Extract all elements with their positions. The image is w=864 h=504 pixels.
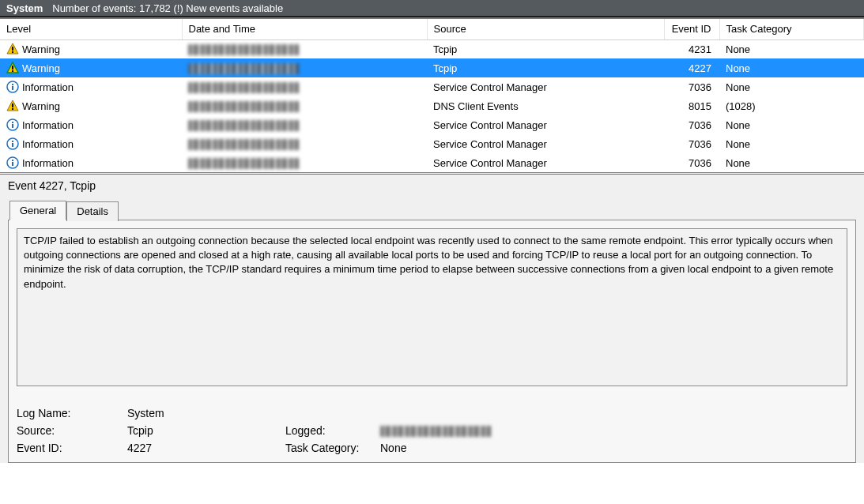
eventid-text: 7036 — [664, 134, 719, 153]
prop-taskcat-val: None — [380, 442, 538, 454]
tab-general[interactable]: General — [9, 201, 66, 220]
titlebar-status: Number of events: 17,782 (!) New events … — [52, 2, 283, 14]
obscured-text — [188, 120, 299, 131]
source-text: Tcpip — [427, 58, 664, 77]
col-datetime[interactable]: Date and Time — [182, 19, 427, 39]
eventid-text: 7036 — [664, 77, 719, 96]
taskcat-text: None — [719, 115, 864, 134]
eventid-text: 4231 — [664, 39, 719, 58]
level-text: Information — [22, 81, 74, 93]
eventid-text: 4227 — [664, 58, 719, 77]
level-text: Warning — [22, 62, 60, 74]
titlebar-label: System — [6, 2, 43, 14]
source-text: Service Control Manager — [427, 153, 664, 172]
source-text: Service Control Manager — [427, 77, 664, 96]
obscured-text — [380, 426, 491, 437]
warning-icon — [6, 100, 19, 112]
source-text: Tcpip — [427, 39, 664, 58]
table-row[interactable]: Information Service Control Manager 7036… — [0, 134, 864, 153]
taskcat-text: None — [719, 153, 864, 172]
event-properties: Log Name: System Source: Tcpip Logged: E… — [17, 407, 847, 454]
obscured-text — [188, 63, 299, 74]
prop-eventid-key: Event ID: — [17, 442, 127, 454]
table-row[interactable]: Information Service Control Manager 7036… — [0, 77, 864, 96]
prop-eventid-val: 4227 — [127, 442, 285, 454]
tab-body-general: TCP/IP failed to establish an outgoing c… — [8, 220, 856, 463]
level-text: Information — [22, 138, 74, 150]
warning-green-icon — [6, 62, 19, 74]
taskcat-text: None — [719, 77, 864, 96]
taskcat-text: (1028) — [719, 96, 864, 115]
event-grid[interactable]: Level Date and Time Source Event ID Task… — [0, 17, 864, 172]
level-text: Warning — [22, 43, 60, 55]
info-icon — [6, 156, 19, 169]
obscured-text — [188, 82, 299, 93]
col-taskcat[interactable]: Task Category — [719, 19, 864, 39]
source-text: Service Control Manager — [427, 134, 664, 153]
table-row[interactable]: Warning Tcpip 4227 None — [0, 58, 864, 77]
obscured-text — [188, 101, 299, 112]
event-message[interactable]: TCP/IP failed to establish an outgoing c… — [17, 228, 847, 386]
tab-details[interactable]: Details — [66, 201, 119, 221]
info-icon — [6, 137, 19, 150]
titlebar: System Number of events: 17,782 (!) New … — [0, 0, 864, 17]
taskcat-text: None — [719, 134, 864, 153]
taskcat-text: None — [719, 39, 864, 58]
source-text: DNS Client Events — [427, 96, 664, 115]
obscured-text — [188, 158, 299, 169]
warning-icon — [6, 43, 19, 55]
obscured-text — [188, 44, 299, 55]
detail-tabs: General Details — [0, 201, 864, 220]
eventid-text: 8015 — [664, 96, 719, 115]
prop-logged-key: Logged: — [285, 424, 380, 437]
table-row[interactable]: Information Service Control Manager 7036… — [0, 153, 864, 172]
column-header-row[interactable]: Level Date and Time Source Event ID Task… — [0, 19, 864, 39]
level-text: Information — [22, 157, 74, 169]
level-text: Information — [22, 119, 74, 131]
col-level[interactable]: Level — [0, 19, 182, 39]
detail-panel: Event 4227, Tcpip General Details TCP/IP… — [0, 172, 864, 463]
prop-logname-key: Log Name: — [17, 407, 127, 419]
eventid-text: 7036 — [664, 115, 719, 134]
prop-logname-val: System — [127, 407, 285, 419]
col-eventid[interactable]: Event ID — [664, 19, 719, 39]
prop-taskcat-key: Task Category: — [285, 442, 380, 454]
info-icon — [6, 118, 19, 131]
table-row[interactable]: Information Service Control Manager 7036… — [0, 115, 864, 134]
taskcat-text: None — [719, 58, 864, 77]
source-text: Service Control Manager — [427, 115, 664, 134]
detail-title: Event 4227, Tcpip — [0, 175, 864, 200]
level-text: Warning — [22, 100, 60, 112]
eventid-text: 7036 — [664, 153, 719, 172]
table-row[interactable]: Warning DNS Client Events 8015 (1028) — [0, 96, 864, 115]
obscured-text — [188, 139, 299, 150]
table-row[interactable]: Warning Tcpip 4231 None — [0, 39, 864, 58]
prop-logged-val — [380, 424, 538, 437]
prop-source-key: Source: — [17, 424, 127, 437]
prop-source-val: Tcpip — [127, 424, 285, 437]
col-source[interactable]: Source — [427, 19, 664, 39]
info-icon — [6, 81, 19, 93]
